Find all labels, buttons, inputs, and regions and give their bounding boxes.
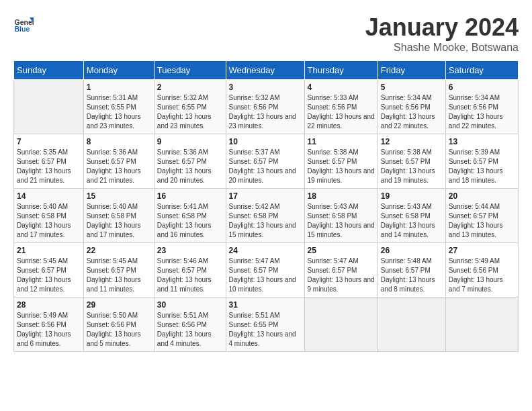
day-info: Sunrise: 5:50 AMSunset: 6:56 PMDaylight:… xyxy=(87,311,151,349)
day-number: 26 xyxy=(381,246,443,255)
day-info: Sunrise: 5:38 AMSunset: 6:57 PMDaylight:… xyxy=(381,148,443,185)
day-number: 6 xyxy=(449,83,515,92)
day-info: Sunrise: 5:37 AMSunset: 6:57 PMDaylight:… xyxy=(229,148,302,185)
day-number: 12 xyxy=(381,137,443,146)
day-info: Sunrise: 5:41 AMSunset: 6:58 PMDaylight:… xyxy=(157,202,223,240)
calendar-week-row: 28 Sunrise: 5:49 AMSunset: 6:56 PMDaylig… xyxy=(14,298,519,352)
calendar-cell xyxy=(378,298,445,352)
day-info: Sunrise: 5:49 AMSunset: 6:56 PMDaylight:… xyxy=(449,257,515,294)
location: Shashe Mooke, Botswana xyxy=(365,42,519,54)
day-number: 24 xyxy=(229,246,302,255)
calendar-cell: 20 Sunrise: 5:44 AMSunset: 6:57 PMDaylig… xyxy=(445,189,518,243)
page-header: General Blue January 2024 Shashe Mooke, … xyxy=(13,13,519,54)
calendar-cell: 14 Sunrise: 5:40 AMSunset: 6:58 PMDaylig… xyxy=(14,189,84,243)
header-day: Wednesday xyxy=(226,61,304,80)
day-number: 20 xyxy=(449,191,515,201)
day-info: Sunrise: 5:35 AMSunset: 6:57 PMDaylight:… xyxy=(17,148,81,185)
day-number: 9 xyxy=(157,137,223,146)
day-number: 16 xyxy=(157,191,223,201)
day-number: 14 xyxy=(17,191,81,201)
day-number: 18 xyxy=(308,191,375,201)
calendar-week-row: 14 Sunrise: 5:40 AMSunset: 6:58 PMDaylig… xyxy=(14,189,519,243)
calendar-cell xyxy=(445,298,518,352)
calendar-cell: 11 Sunrise: 5:38 AMSunset: 6:57 PMDaylig… xyxy=(304,134,378,189)
day-info: Sunrise: 5:43 AMSunset: 6:58 PMDaylight:… xyxy=(381,202,443,240)
day-number: 7 xyxy=(17,137,81,146)
day-info: Sunrise: 5:45 AMSunset: 6:57 PMDaylight:… xyxy=(87,257,151,294)
day-info: Sunrise: 5:39 AMSunset: 6:57 PMDaylight:… xyxy=(449,148,515,185)
calendar-cell: 18 Sunrise: 5:43 AMSunset: 6:58 PMDaylig… xyxy=(304,189,378,243)
calendar-cell: 12 Sunrise: 5:38 AMSunset: 6:57 PMDaylig… xyxy=(378,134,445,189)
calendar-table: SundayMondayTuesdayWednesdayThursdayFrid… xyxy=(13,60,519,352)
day-number: 31 xyxy=(229,300,302,310)
day-number: 5 xyxy=(381,83,443,92)
header-row: SundayMondayTuesdayWednesdayThursdayFrid… xyxy=(14,61,519,80)
day-info: Sunrise: 5:49 AMSunset: 6:56 PMDaylight:… xyxy=(17,311,81,349)
calendar-cell: 10 Sunrise: 5:37 AMSunset: 6:57 PMDaylig… xyxy=(226,134,304,189)
day-info: Sunrise: 5:31 AMSunset: 6:55 PMDaylight:… xyxy=(87,93,151,131)
calendar-cell: 21 Sunrise: 5:45 AMSunset: 6:57 PMDaylig… xyxy=(14,243,84,298)
day-info: Sunrise: 5:40 AMSunset: 6:58 PMDaylight:… xyxy=(87,202,151,240)
day-number: 15 xyxy=(87,191,151,201)
day-info: Sunrise: 5:51 AMSunset: 6:56 PMDaylight:… xyxy=(157,311,223,349)
calendar-cell: 6 Sunrise: 5:34 AMSunset: 6:56 PMDayligh… xyxy=(445,80,518,134)
day-info: Sunrise: 5:32 AMSunset: 6:55 PMDaylight:… xyxy=(157,93,223,131)
day-number: 22 xyxy=(87,246,151,255)
calendar-cell: 25 Sunrise: 5:47 AMSunset: 6:57 PMDaylig… xyxy=(304,243,378,298)
calendar-week-row: 7 Sunrise: 5:35 AMSunset: 6:57 PMDayligh… xyxy=(14,134,519,189)
day-number: 25 xyxy=(308,246,375,255)
calendar-cell: 23 Sunrise: 5:46 AMSunset: 6:57 PMDaylig… xyxy=(154,243,226,298)
day-info: Sunrise: 5:34 AMSunset: 6:56 PMDaylight:… xyxy=(449,93,515,131)
day-info: Sunrise: 5:42 AMSunset: 6:58 PMDaylight:… xyxy=(229,202,302,240)
calendar-cell: 8 Sunrise: 5:36 AMSunset: 6:57 PMDayligh… xyxy=(83,134,154,189)
calendar-cell: 17 Sunrise: 5:42 AMSunset: 6:58 PMDaylig… xyxy=(226,189,304,243)
day-number: 27 xyxy=(449,246,515,255)
header-day: Monday xyxy=(83,61,154,80)
calendar-cell: 13 Sunrise: 5:39 AMSunset: 6:57 PMDaylig… xyxy=(445,134,518,189)
logo-icon: General Blue xyxy=(13,13,34,34)
day-info: Sunrise: 5:47 AMSunset: 6:57 PMDaylight:… xyxy=(308,257,375,294)
day-info: Sunrise: 5:40 AMSunset: 6:58 PMDaylight:… xyxy=(17,202,81,240)
day-number: 19 xyxy=(381,191,443,201)
day-number: 30 xyxy=(157,300,223,310)
calendar-week-row: 1 Sunrise: 5:31 AMSunset: 6:55 PMDayligh… xyxy=(14,80,519,134)
svg-text:Blue: Blue xyxy=(15,25,30,33)
header-day: Saturday xyxy=(445,61,518,80)
calendar-cell: 30 Sunrise: 5:51 AMSunset: 6:56 PMDaylig… xyxy=(154,298,226,352)
calendar-cell: 24 Sunrise: 5:47 AMSunset: 6:57 PMDaylig… xyxy=(226,243,304,298)
calendar-cell: 4 Sunrise: 5:33 AMSunset: 6:56 PMDayligh… xyxy=(304,80,378,134)
day-number: 21 xyxy=(17,246,81,255)
day-info: Sunrise: 5:36 AMSunset: 6:57 PMDaylight:… xyxy=(87,148,151,185)
month-title: January 2024 xyxy=(365,13,519,42)
header-day: Tuesday xyxy=(154,61,226,80)
day-number: 17 xyxy=(229,191,302,201)
day-info: Sunrise: 5:44 AMSunset: 6:57 PMDaylight:… xyxy=(449,202,515,240)
calendar-week-row: 21 Sunrise: 5:45 AMSunset: 6:57 PMDaylig… xyxy=(14,243,519,298)
calendar-cell: 22 Sunrise: 5:45 AMSunset: 6:57 PMDaylig… xyxy=(83,243,154,298)
day-number: 4 xyxy=(308,83,375,92)
day-info: Sunrise: 5:38 AMSunset: 6:57 PMDaylight:… xyxy=(308,148,375,185)
calendar-cell: 26 Sunrise: 5:48 AMSunset: 6:57 PMDaylig… xyxy=(378,243,445,298)
calendar-cell: 16 Sunrise: 5:41 AMSunset: 6:58 PMDaylig… xyxy=(154,189,226,243)
day-info: Sunrise: 5:36 AMSunset: 6:57 PMDaylight:… xyxy=(157,148,223,185)
calendar-cell xyxy=(14,80,84,134)
day-info: Sunrise: 5:34 AMSunset: 6:56 PMDaylight:… xyxy=(381,93,443,131)
day-info: Sunrise: 5:32 AMSunset: 6:56 PMDaylight:… xyxy=(229,93,302,131)
day-number: 3 xyxy=(229,83,302,92)
title-block: January 2024 Shashe Mooke, Botswana xyxy=(365,13,519,54)
day-number: 23 xyxy=(157,246,223,255)
calendar-cell: 29 Sunrise: 5:50 AMSunset: 6:56 PMDaylig… xyxy=(83,298,154,352)
day-number: 8 xyxy=(87,137,151,146)
day-number: 29 xyxy=(87,300,151,310)
logo: General Blue xyxy=(13,13,34,34)
day-info: Sunrise: 5:48 AMSunset: 6:57 PMDaylight:… xyxy=(381,257,443,294)
calendar-cell: 5 Sunrise: 5:34 AMSunset: 6:56 PMDayligh… xyxy=(378,80,445,134)
day-number: 11 xyxy=(308,137,375,146)
day-number: 1 xyxy=(87,83,151,92)
calendar-cell: 27 Sunrise: 5:49 AMSunset: 6:56 PMDaylig… xyxy=(445,243,518,298)
calendar-cell xyxy=(304,298,378,352)
calendar-cell: 31 Sunrise: 5:51 AMSunset: 6:55 PMDaylig… xyxy=(226,298,304,352)
day-info: Sunrise: 5:43 AMSunset: 6:58 PMDaylight:… xyxy=(308,202,375,240)
day-info: Sunrise: 5:51 AMSunset: 6:55 PMDaylight:… xyxy=(229,311,302,349)
day-number: 10 xyxy=(229,137,302,146)
